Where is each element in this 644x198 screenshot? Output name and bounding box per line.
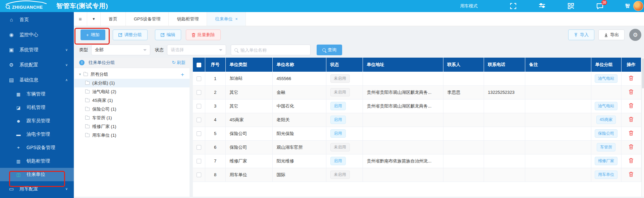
column-header-单位类型: 单位类型 — [225, 58, 272, 72]
column-header-备注: 备注 — [525, 58, 591, 72]
refresh-link[interactable]: ↻ 刷新 — [172, 60, 185, 66]
sidebar-item-vehicle[interactable]: ▦车辆管理 — [0, 87, 74, 101]
search-input[interactable] — [240, 48, 307, 53]
tab-往来单位[interactable]: 往来单位× — [207, 12, 246, 26]
sidebar-item-label: 往来单位 — [26, 172, 45, 178]
import-button[interactable]: 导入 — [568, 29, 594, 40]
delete-row-icon[interactable] — [629, 130, 634, 136]
cell-phone: 13225252323 — [484, 85, 525, 99]
group-tag[interactable]: 油气电站 — [595, 74, 618, 83]
batch-delete-button[interactable]: 批量删除 — [186, 29, 221, 40]
qrcode-icon[interactable] — [568, 3, 574, 9]
sidebar-item-partner-unit[interactable]: ◫往来单位 — [0, 168, 74, 181]
chevron-down-icon — [143, 49, 147, 53]
download-icon — [604, 33, 608, 37]
row-checkbox[interactable] — [197, 131, 201, 136]
sidebar-item-base-info[interactable]: ▤基础信息∧ — [0, 72, 74, 87]
tab-dropdown-icon[interactable]: ▼ — [87, 12, 101, 26]
folder-icon — [85, 108, 90, 111]
driver-icon: ◪ — [15, 105, 22, 110]
sidebar-item-gps-device[interactable]: ⌖GPS设备管理 — [0, 141, 74, 154]
add-button[interactable]: + 增加 — [80, 29, 105, 40]
tree-group-item[interactable]: 用车单位 (1) — [74, 131, 190, 140]
sidebar-item-system-manage[interactable]: ▣系统管理∨ — [0, 42, 74, 57]
sidebar-item-car-config[interactable]: ▭用车配置∨ — [0, 181, 74, 196]
edit-button[interactable]: 编辑 — [155, 29, 181, 40]
tree-group-item[interactable]: 保险公司 (1) — [74, 105, 190, 114]
delete-row-icon[interactable] — [629, 75, 634, 81]
vehicle-icon: ▦ — [15, 92, 22, 97]
select-all-header — [193, 58, 205, 72]
tab-GPS设备管理[interactable]: GPS设备管理 — [126, 12, 169, 26]
sidebar-item-key-cabinet[interactable]: ▥钥匙柜管理 — [0, 154, 74, 168]
row-checkbox[interactable] — [197, 145, 201, 150]
fullscreen-icon[interactable] — [510, 3, 517, 9]
sidebar-item-monitor-center[interactable]: ◉监控中心 — [0, 27, 74, 42]
cell-no: 5 — [205, 127, 225, 140]
vehicle-mode-link[interactable]: 用车模式 — [460, 3, 478, 9]
settings-gear-icon[interactable]: ⚙ — [629, 29, 641, 41]
sidebar-item-crew[interactable]: ☻跟车员管理 — [0, 114, 74, 128]
sidebar-item-fuel-card[interactable]: ▬油电卡管理 — [0, 128, 74, 141]
folder-icon — [85, 81, 90, 85]
query-button[interactable]: 查询 — [317, 45, 342, 55]
user-name-short[interactable]: 智 — [625, 3, 630, 9]
tab-首页[interactable]: 首页 — [101, 12, 126, 26]
delete-row-icon[interactable] — [629, 89, 634, 94]
type-select[interactable]: 全部 — [91, 45, 150, 55]
cell-remark — [525, 113, 591, 127]
cell-unit-type: 保险公司 — [225, 140, 272, 154]
row-checkbox[interactable] — [197, 104, 201, 109]
collapse-menu-icon[interactable]: ≡ — [74, 12, 87, 26]
tree-expand-icon[interactable]: ▼ — [78, 73, 82, 76]
export-button[interactable]: 导出 — [598, 29, 625, 40]
status-select[interactable]: 请选择 — [167, 45, 226, 55]
tree-group-item[interactable]: 油气电站 (2) — [74, 87, 190, 96]
close-tab-icon[interactable]: × — [235, 17, 237, 21]
row-checkbox[interactable] — [197, 173, 201, 177]
sidebar-item-home[interactable]: ⌂首页 — [0, 12, 74, 27]
delete-row-icon[interactable] — [629, 103, 634, 108]
cell-unit-type: 加油站 — [225, 72, 272, 85]
status-badge: 启用 — [330, 116, 346, 124]
adjust-group-button[interactable]: 调整分组 — [113, 29, 148, 40]
vertical-scrollbar[interactable] — [641, 58, 644, 197]
delete-row-icon[interactable] — [629, 158, 634, 163]
tree-group-item[interactable]: (未分组) (1) — [74, 79, 190, 87]
delete-row-icon[interactable] — [629, 144, 634, 149]
tab-钥匙柜管理[interactable]: 钥匙柜管理 — [169, 12, 207, 26]
tree-group-item[interactable]: 维修厂家 (1) — [74, 122, 190, 131]
row-checkbox[interactable] — [197, 90, 201, 95]
search-icon — [322, 48, 326, 52]
toolbar: + 增加 调整分组 编辑 批量删除 导入 — [74, 26, 644, 44]
table-row: 2其它金融未启用贵州省贵阳市观山湖区麒龙商务...李思思13225252323 — [193, 85, 641, 99]
tree-group-item[interactable]: 车管所 (1) — [74, 114, 190, 122]
message-icon[interactable]: 38 — [596, 3, 603, 9]
group-tag[interactable]: 车管所 — [597, 143, 615, 151]
sidebar-item-driver[interactable]: ◪司机管理 — [0, 101, 74, 114]
group-tag[interactable]: 4S商家 — [596, 116, 616, 124]
group-tag[interactable]: 用车单位 — [595, 171, 618, 179]
cell-phone — [484, 154, 525, 168]
scrollbar-thumb[interactable] — [642, 58, 644, 88]
row-checkbox[interactable] — [197, 159, 201, 163]
sidebar-item-system-config[interactable]: ⚙系统配置∨ — [0, 57, 74, 72]
group-tag[interactable]: 油气电站 — [595, 102, 618, 110]
add-group-icon[interactable]: + — [181, 72, 184, 77]
avatar[interactable] — [633, 1, 643, 11]
cell-phone — [484, 127, 525, 140]
tree-group-item[interactable]: 4S商家 (1) — [74, 96, 190, 105]
group-tag[interactable]: 保险公司 — [595, 129, 618, 138]
system-config-icon: ⚙ — [8, 62, 15, 68]
delete-row-icon[interactable] — [629, 117, 634, 122]
tree-root-all-groups[interactable]: ▼ 所有分组 + — [74, 70, 190, 79]
row-checkbox[interactable] — [197, 118, 201, 122]
units-table: 序号单位类型单位名称状态单位地址联系人联系电话备注单位分组操作 1加油站4555… — [193, 58, 641, 182]
select-all-checkbox[interactable] — [197, 63, 201, 67]
sliders-icon[interactable] — [539, 3, 545, 9]
folder-icon — [85, 125, 90, 128]
cell-unit-type: 保险公司 — [225, 127, 272, 140]
group-tag[interactable]: 维修厂家 — [595, 157, 618, 165]
delete-row-icon[interactable] — [629, 172, 634, 177]
row-checkbox[interactable] — [197, 76, 201, 81]
